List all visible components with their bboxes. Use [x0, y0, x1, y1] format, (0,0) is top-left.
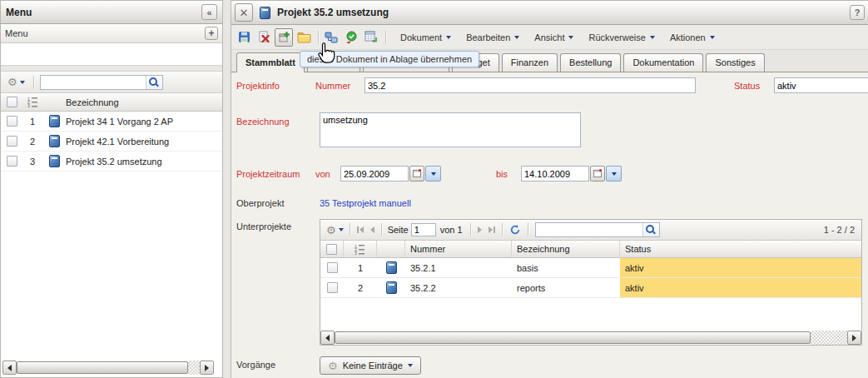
menu-accordion-header[interactable]: Menu +: [1, 24, 222, 43]
row-checkbox[interactable]: [7, 116, 17, 127]
bezeichnung-label: Bezeichnung: [236, 117, 290, 127]
approve-button[interactable]: [342, 28, 360, 47]
collapse-panel-button[interactable]: «: [201, 4, 217, 20]
von-datefield: [340, 166, 441, 182]
column-header-bezeichnung[interactable]: Bezeichnung: [512, 241, 620, 257]
von-date-input[interactable]: [340, 166, 409, 182]
menu-accordion-body: [1, 43, 222, 66]
scroll-right-button[interactable]: [200, 361, 214, 375]
toolbar-separator: [385, 31, 386, 44]
calendar-button[interactable]: [590, 166, 605, 182]
page-of-label: von 1: [436, 225, 467, 235]
chevron-down-icon: [514, 36, 519, 39]
svg-text:3: 3: [27, 103, 30, 107]
check-circle-icon: [345, 31, 358, 44]
nummer-field[interactable]: [365, 77, 696, 93]
row-checkbox[interactable]: [7, 136, 17, 147]
menu-aktionen[interactable]: Aktionen: [664, 30, 721, 45]
scroll-right-button[interactable]: [847, 331, 861, 345]
refresh-button[interactable]: [506, 222, 524, 237]
last-page-button[interactable]: [485, 225, 498, 235]
list-item[interactable]: 1 Projekt 34 1 Vorgang 2 AP: [1, 112, 222, 132]
grid-search-button[interactable]: [642, 223, 659, 236]
calculation-button[interactable]: [362, 28, 380, 47]
previous-page-button[interactable]: [367, 225, 378, 235]
scrollbar-thumb[interactable]: [17, 361, 188, 374]
list-item[interactable]: 3 Projekt 35.2 umsetzung: [1, 152, 222, 172]
chevron-down-icon: [650, 36, 655, 39]
search-icon: [149, 77, 159, 87]
nummer-label: Nummer: [315, 81, 350, 91]
first-page-button[interactable]: [354, 225, 367, 235]
row-checkbox[interactable]: [7, 156, 17, 167]
column-header-status[interactable]: Status: [620, 241, 861, 257]
grid-pager: ⚙ Seite von 1: [320, 220, 861, 241]
list-settings-button[interactable]: ⚙: [5, 75, 27, 89]
list-item[interactable]: 2 Projekt 42.1 Vorbereitung: [1, 132, 222, 152]
select-all-checkbox[interactable]: [326, 244, 337, 255]
list-column-header[interactable]: Bezeichnung: [66, 97, 119, 107]
projektzeitraum-label: Projektzeitraum: [236, 169, 300, 179]
vorgaenge-label: Vorgänge: [236, 360, 275, 370]
bis-date-input[interactable]: [521, 166, 589, 182]
oberprojekt-link[interactable]: 35 Testprojekt manuell: [320, 198, 411, 208]
date-dropdown-button[interactable]: [425, 166, 441, 182]
tab-dokumentation[interactable]: Dokumentation: [623, 53, 703, 72]
numbered-list-icon: 1 2 3: [27, 97, 38, 107]
row-checkbox[interactable]: [327, 262, 338, 273]
status-badge: aktiv: [620, 278, 861, 297]
von-label: von: [315, 169, 330, 179]
tab-bestellung[interactable]: Bestellung: [560, 53, 621, 72]
folder-button[interactable]: [295, 28, 313, 47]
list-toolbar: ⚙: [1, 72, 222, 93]
menu-rueckverweise[interactable]: Rückverweise: [583, 30, 660, 45]
cell-bezeichnung: reports: [512, 278, 620, 297]
column-header-nummer[interactable]: Nummer: [405, 241, 512, 257]
row-number: 1: [22, 117, 42, 127]
project-icon: [260, 7, 270, 19]
grid-search-input[interactable]: [536, 225, 642, 235]
scrollbar-track[interactable]: [811, 331, 847, 345]
tab-sonstiges[interactable]: Sonstiges: [706, 53, 764, 72]
grid-settings-button[interactable]: ⚙: [324, 223, 346, 237]
list-search-button[interactable]: [146, 76, 162, 89]
row-checkbox[interactable]: [327, 282, 338, 293]
table-row[interactable]: 1 35.2.1 basis aktiv: [320, 258, 861, 278]
save-button[interactable]: [235, 28, 253, 47]
status-field[interactable]: [774, 77, 868, 93]
delete-button[interactable]: [255, 28, 273, 47]
tab-stammblatt[interactable]: Stammblatt: [236, 52, 305, 72]
select-all-checkbox[interactable]: [7, 97, 17, 107]
table-export-icon: [365, 31, 378, 44]
list-horizontal-scrollbar[interactable]: [2, 361, 221, 375]
date-dropdown-button[interactable]: [606, 166, 622, 182]
row-number: 1: [344, 258, 377, 277]
row-number: 3: [22, 157, 42, 167]
close-button[interactable]: ✕: [235, 3, 253, 22]
menu-bearbeiten[interactable]: Bearbeiten: [460, 30, 525, 45]
project-icon: [49, 135, 60, 147]
vorgaenge-dropdown-button[interactable]: ⚙ Keine Einträge: [320, 356, 421, 375]
archive-button[interactable]: [275, 28, 293, 47]
grid-horizontal-scrollbar[interactable]: [320, 331, 861, 345]
tab-finanzen[interactable]: Finanzen: [502, 53, 558, 72]
chevron-down-icon: [431, 172, 436, 176]
list-search-field: [40, 75, 163, 90]
scrollbar-thumb[interactable]: [335, 331, 811, 344]
next-page-button[interactable]: [474, 225, 485, 235]
help-button[interactable]: ?: [850, 5, 865, 20]
calendar-button[interactable]: [409, 166, 424, 182]
scroll-left-button[interactable]: [2, 361, 17, 375]
gear-icon: ⚙: [326, 225, 336, 236]
bezeichnung-field[interactable]: umsetzung: [320, 112, 581, 147]
table-row[interactable]: 2 35.2.2 reports aktiv: [320, 278, 861, 298]
status-label: Status: [734, 81, 760, 91]
list-item-label: Projekt 35.2 umsetzung: [66, 157, 162, 167]
scroll-left-button[interactable]: [320, 331, 335, 345]
menu-ansicht[interactable]: Ansicht: [528, 30, 579, 45]
list-search-input[interactable]: [41, 77, 146, 87]
page-number-input[interactable]: [411, 223, 436, 236]
menu-dokument[interactable]: Dokument: [394, 30, 457, 45]
scrollbar-track[interactable]: [188, 361, 200, 375]
add-button[interactable]: +: [205, 27, 218, 40]
